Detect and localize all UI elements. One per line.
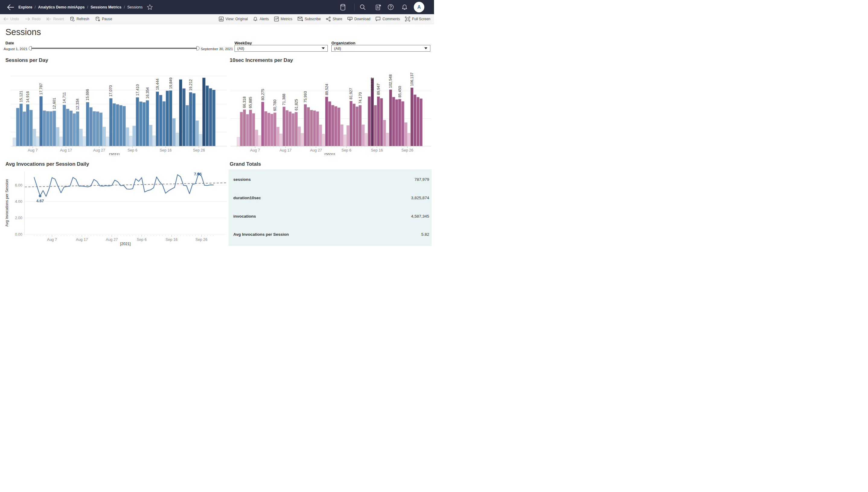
bar-sessions_per_day-58[interactable] <box>205 86 208 146</box>
bar-increments_per_day-6[interactable] <box>255 130 258 146</box>
bar-sessions_per_day-47[interactable] <box>169 91 172 146</box>
avg-invocations-line-chart[interactable]: 0.002.004.006.00Avg Invocations per Sess… <box>0 168 229 246</box>
bar-sessions_per_day-11[interactable] <box>49 112 52 146</box>
bar-increments_per_day-5[interactable] <box>252 114 255 146</box>
bar-sessions_per_day-46[interactable] <box>166 91 169 146</box>
bar-sessions_per_day-34[interactable] <box>126 128 129 146</box>
bar-sessions_per_day-52[interactable] <box>185 105 189 146</box>
redo-button[interactable]: Redo <box>25 17 41 21</box>
bar-increments_per_day-56[interactable] <box>407 133 410 146</box>
revert-button[interactable]: Revert <box>47 17 64 21</box>
breadcrumb-project[interactable]: Analytics Demo miniApps <box>38 5 84 9</box>
bar-sessions_per_day-51[interactable] <box>182 89 185 146</box>
bar-sessions_per_day-54[interactable] <box>192 93 195 146</box>
bar-sessions_per_day-55[interactable] <box>196 121 199 146</box>
bar-increments_per_day-20[interactable] <box>298 127 301 146</box>
bar-increments_per_day-38[interactable] <box>352 104 355 146</box>
whats-new-button[interactable] <box>375 4 381 10</box>
bar-increments_per_day-51[interactable] <box>392 97 395 146</box>
bar-sessions_per_day-29[interactable] <box>109 98 112 146</box>
bar-sessions_per_day-25[interactable] <box>96 112 99 146</box>
bar-sessions_per_day-2[interactable] <box>20 104 23 146</box>
bar-increments_per_day-0[interactable] <box>237 137 240 146</box>
bar-increments_per_day-31[interactable] <box>331 105 334 146</box>
bar-sessions_per_day-33[interactable] <box>123 106 126 146</box>
bar-sessions_per_day-27[interactable] <box>103 127 106 146</box>
bar-sessions_per_day-3[interactable] <box>23 112 26 146</box>
bar-increments_per_day-25[interactable] <box>313 110 316 146</box>
bar-sessions_per_day-9[interactable] <box>43 110 46 146</box>
bar-increments_per_day-1[interactable] <box>240 112 243 146</box>
bar-increments_per_day-29[interactable] <box>325 97 328 146</box>
bar-increments_per_day-34[interactable] <box>341 125 343 146</box>
bar-increments_per_day-46[interactable] <box>377 97 380 146</box>
bar-sessions_per_day-24[interactable] <box>93 112 96 146</box>
bar-increments_per_day-22[interactable] <box>304 104 307 146</box>
bar-sessions_per_day-19[interactable] <box>76 112 79 146</box>
bar-increments_per_day-47[interactable] <box>380 98 383 146</box>
subscribe-button[interactable]: Subscribe <box>298 17 321 21</box>
pause-button[interactable]: Pause <box>95 17 112 21</box>
metrics-button[interactable]: Metrics <box>274 17 293 21</box>
bar-sessions_per_day-57[interactable] <box>202 78 205 146</box>
alerts-button[interactable]: Alerts <box>253 17 269 21</box>
bar-sessions_per_day-12[interactable] <box>53 111 56 146</box>
bar-sessions_per_day-38[interactable] <box>139 102 142 146</box>
refresh-button[interactable]: Refresh <box>70 17 89 21</box>
bar-sessions_per_day-37[interactable] <box>136 97 139 146</box>
comments-button[interactable]: Comments <box>375 17 400 21</box>
bar-increments_per_day-24[interactable] <box>310 110 313 146</box>
bar-sessions_per_day-18[interactable] <box>73 114 76 146</box>
bar-increments_per_day-8[interactable] <box>262 102 264 146</box>
bar-sessions_per_day-26[interactable] <box>99 113 102 146</box>
bar-sessions_per_day-43[interactable] <box>156 92 159 146</box>
bar-sessions_per_day-40[interactable] <box>146 100 149 146</box>
bar-increments_per_day-41[interactable] <box>362 125 365 146</box>
bar-increments_per_day-43[interactable] <box>368 97 371 146</box>
back-button[interactable] <box>6 3 15 11</box>
bar-increments_per_day-16[interactable] <box>286 110 288 146</box>
bar-increments_per_day-54[interactable] <box>401 101 404 146</box>
bar-increments_per_day-57[interactable] <box>411 88 413 146</box>
bar-sessions_per_day-5[interactable] <box>30 110 32 146</box>
bar-increments_per_day-28[interactable] <box>322 134 325 146</box>
bar-sessions_per_day-23[interactable] <box>89 107 92 146</box>
bar-sessions_per_day-41[interactable] <box>149 125 152 146</box>
bar-increments_per_day-60[interactable] <box>420 99 422 146</box>
bar-increments_per_day-36[interactable] <box>346 125 349 146</box>
bar-sessions_per_day-17[interactable] <box>69 111 72 146</box>
bar-sessions_per_day-21[interactable] <box>83 137 86 146</box>
bar-sessions_per_day-39[interactable] <box>143 102 146 146</box>
user-avatar[interactable]: A <box>414 2 424 13</box>
bar-increments_per_day-35[interactable] <box>344 134 346 146</box>
organization-filter-dropdown[interactable]: (All) <box>331 45 430 52</box>
bar-sessions_per_day-50[interactable] <box>179 79 182 146</box>
breadcrumb-explore[interactable]: Explore <box>18 5 32 9</box>
bar-increments_per_day-12[interactable] <box>273 113 276 146</box>
bar-sessions_per_day-6[interactable] <box>33 129 36 146</box>
bar-increments_per_day-55[interactable] <box>404 123 407 146</box>
weekday-filter-dropdown[interactable]: (All) <box>234 45 328 52</box>
line-marker-dot[interactable] <box>197 173 200 175</box>
bar-increments_per_day-21[interactable] <box>301 133 304 146</box>
bar-increments_per_day-27[interactable] <box>319 125 322 146</box>
bar-sessions_per_day-60[interactable] <box>212 90 215 146</box>
bar-increments_per_day-52[interactable] <box>395 99 398 146</box>
bar-sessions_per_day-56[interactable] <box>199 134 202 146</box>
bar-sessions_per_day-28[interactable] <box>106 137 109 146</box>
bar-increments_per_day-50[interactable] <box>389 90 392 146</box>
search-button[interactable] <box>359 4 366 10</box>
bar-increments_per_day-7[interactable] <box>258 136 261 146</box>
breadcrumb-workbook[interactable]: Sessions Metrics <box>91 5 121 9</box>
bar-increments_per_day-19[interactable] <box>295 112 298 146</box>
bar-sessions_per_day-49[interactable] <box>176 133 179 146</box>
bar-sessions_per_day-59[interactable] <box>209 88 212 146</box>
bar-increments_per_day-23[interactable] <box>307 107 309 146</box>
bar-increments_per_day-49[interactable] <box>386 133 389 146</box>
bar-sessions_per_day-36[interactable] <box>132 126 135 146</box>
bar-sessions_per_day-4[interactable] <box>26 104 29 146</box>
bar-increments_per_day-45[interactable] <box>374 105 377 146</box>
bar-increments_per_day-15[interactable] <box>282 107 285 146</box>
bar-increments_per_day-11[interactable] <box>270 114 273 146</box>
date-slider-handle-start[interactable] <box>29 46 32 51</box>
